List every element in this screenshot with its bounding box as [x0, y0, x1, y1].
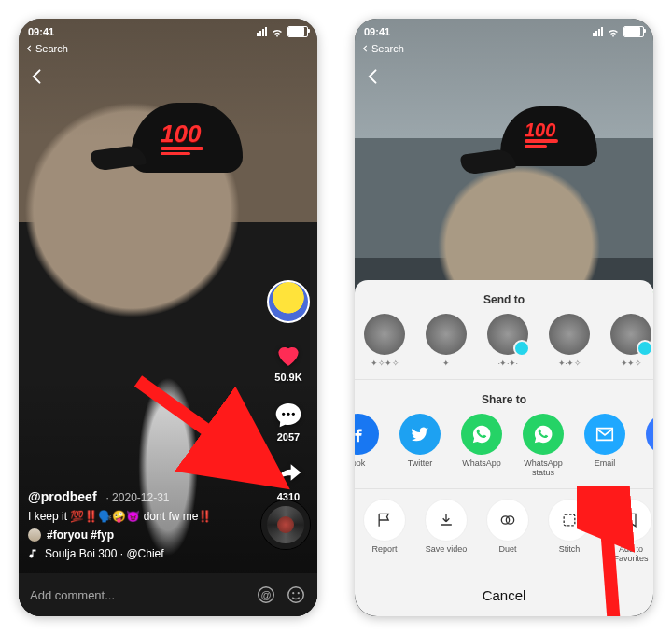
back-button[interactable]	[364, 67, 383, 89]
contact-avatar	[610, 314, 651, 355]
author-username: @prodbeef	[28, 489, 97, 504]
share-to-section: Share to ookTwitterWhatsAppWhatsApp stat…	[355, 380, 653, 489]
comment-count: 2057	[277, 431, 300, 443]
share-button[interactable]: 4310	[273, 459, 303, 502]
phone-video-view: 100 09:41 Search 50.9K 2057 4310	[19, 19, 317, 616]
battery-icon	[623, 26, 644, 37]
heart-icon	[273, 340, 303, 370]
action-rail: 50.9K 2057 4310	[265, 280, 312, 502]
contact-avatar	[364, 314, 405, 355]
contact-avatar	[426, 314, 467, 355]
wifi-icon	[271, 25, 284, 38]
share-target-email[interactable]: Email	[581, 414, 629, 477]
contact-name: ✦·✦✧	[558, 359, 581, 368]
share-target-label: Email	[595, 458, 616, 468]
action-report[interactable]: Report	[360, 499, 409, 564]
status-bar: 09:41	[355, 19, 653, 45]
post-date: · 2020-12-31	[105, 491, 169, 504]
contacts-row[interactable]: ✦✧✦✧✦·✦·✦·✦·✦✧✦✦✧	[355, 314, 653, 368]
back-to-search[interactable]: Search	[362, 43, 404, 54]
action-duet[interactable]: Duet	[483, 499, 532, 564]
facebook-icon	[355, 414, 379, 455]
stitch-icon	[548, 499, 591, 542]
comment-icon	[273, 400, 303, 430]
save-icon	[425, 499, 468, 542]
report-icon	[363, 499, 406, 542]
contact-item[interactable]: ·✦·✦·	[483, 314, 532, 368]
share-target-whatsapp[interactable]: WhatsApp	[457, 414, 506, 477]
action-label: Duet	[498, 545, 516, 555]
mini-avatar-icon	[28, 528, 41, 542]
share-target-whatsapp_status[interactable]: WhatsApp status	[519, 414, 567, 477]
svg-point-6	[292, 592, 294, 594]
share-target-twitter[interactable]: Twitter	[396, 414, 444, 477]
share-target-label: Twitter	[408, 458, 433, 468]
action-label: Add to Favorites	[613, 545, 648, 564]
svg-text:@: @	[260, 589, 271, 600]
cellular-icon	[593, 27, 603, 36]
action-save[interactable]: Save video	[422, 499, 470, 564]
status-indicators	[257, 25, 308, 38]
mention-icon[interactable]: @	[256, 585, 276, 605]
send-to-section: Send to ✦✧✦✧✦·✦·✦·✦·✦✧✦✦✧	[355, 280, 653, 380]
svg-point-13	[506, 516, 513, 524]
cap-100-graphic: 100	[161, 120, 203, 155]
like-count: 50.9K	[274, 372, 301, 383]
share-target-label: ook	[355, 458, 365, 468]
email-icon	[584, 414, 625, 455]
contact-avatar	[487, 314, 528, 355]
video-meta: @prodbeef · 2020-12-31 I keep it 💯‼️🗣️🤪😈…	[28, 489, 252, 560]
status-bar: 09:41	[19, 19, 317, 45]
wifi-icon	[607, 25, 620, 38]
comment-bar: Add comment... @	[19, 573, 317, 616]
back-button[interactable]	[28, 67, 47, 89]
action-favorites[interactable]: Add to Favorites	[607, 499, 653, 564]
sound-disc[interactable]	[261, 500, 310, 549]
action-stitch[interactable]: Stitch	[545, 499, 594, 564]
action-label: Report	[371, 545, 397, 555]
battery-icon	[287, 26, 308, 37]
contact-item[interactable]: ✦	[422, 314, 470, 368]
svg-point-7	[298, 592, 300, 594]
author-avatar[interactable]	[267, 280, 310, 323]
music-note-icon	[28, 548, 39, 559]
share-sheet: Send to ✦✧✦✧✦·✦·✦·✦·✦✧✦✦✧ Share to ookTw…	[355, 280, 653, 616]
hashtags: #foryou #fyp	[47, 528, 114, 542]
actions-row[interactable]: ReportSave videoDuetStitchAdd to Favorit…	[355, 493, 653, 564]
share-target-other[interactable]: Other	[642, 414, 653, 477]
comment-input[interactable]: Add comment...	[30, 588, 246, 602]
like-button[interactable]: 50.9K	[273, 340, 303, 383]
hashtag-line[interactable]: #foryou #fyp	[28, 528, 252, 542]
phone-share-sheet: 100 09:41 Search Send to ✦✧✦✧✦·✦·✦·✦·✦✧✦…	[355, 19, 653, 616]
video-caption: I keep it 💯‼️🗣️🤪😈 dont fw me‼️	[28, 510, 252, 523]
status-time: 09:41	[364, 26, 390, 37]
contact-item[interactable]: ✦✧✦✧	[360, 314, 409, 368]
share-target-facebook[interactable]: ook	[355, 414, 383, 477]
share-icon	[273, 459, 303, 489]
whatsapp_status-icon	[523, 414, 564, 455]
duet-icon	[486, 499, 529, 542]
other-icon	[646, 414, 653, 455]
contact-item[interactable]: ✦✦✧	[607, 314, 653, 368]
music-text: Soulja Boi 300 · @Chief	[45, 547, 164, 560]
contact-item[interactable]: ✦·✦✧	[545, 314, 594, 368]
svg-point-1	[287, 413, 289, 416]
share-to-title: Share to	[355, 393, 653, 406]
svg-rect-14	[564, 514, 575, 526]
emoji-icon[interactable]	[286, 585, 306, 605]
comments-button[interactable]: 2057	[273, 400, 303, 443]
author-line[interactable]: @prodbeef · 2020-12-31	[28, 489, 252, 504]
share-target-label: WhatsApp status	[519, 458, 567, 477]
contact-avatar	[549, 314, 590, 355]
contact-name: ✦	[442, 359, 450, 368]
actions-section: ReportSave videoDuetStitchAdd to Favorit…	[355, 489, 653, 575]
share-targets-row[interactable]: ookTwitterWhatsAppWhatsApp statusEmailOt…	[355, 414, 653, 477]
cellular-icon	[257, 27, 267, 36]
contact-name: ·✦·✦·	[497, 359, 517, 368]
cancel-button[interactable]: Cancel	[355, 575, 653, 616]
whatsapp-icon	[461, 414, 502, 455]
share-target-label: WhatsApp	[462, 458, 501, 468]
back-to-search[interactable]: Search	[26, 43, 68, 54]
contact-name: ✦✧✦✧	[371, 359, 399, 368]
music-line[interactable]: Soulja Boi 300 · @Chief	[28, 547, 252, 560]
